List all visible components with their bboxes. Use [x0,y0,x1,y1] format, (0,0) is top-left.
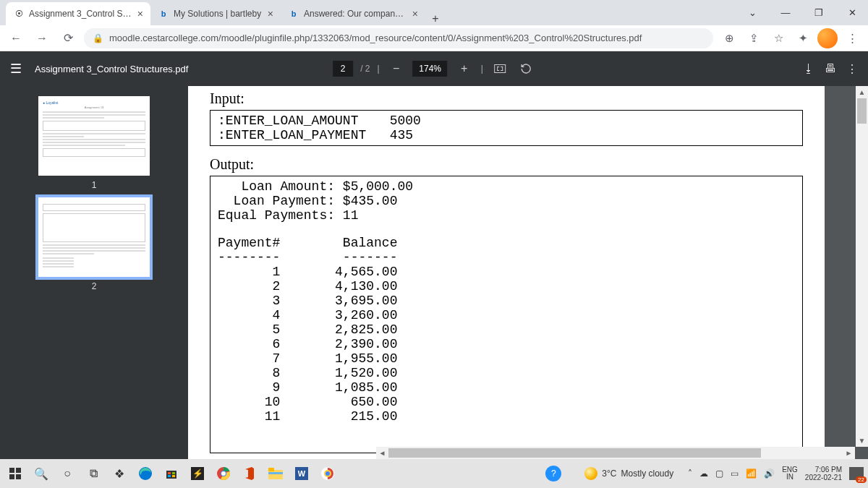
favicon-generic-icon: ⦿ [13,8,25,20]
tab-bartleby-solutions[interactable]: b My Solutions | bartleby × [150,2,281,25]
close-icon[interactable]: × [137,8,143,20]
meet-now-icon[interactable]: ▢ [715,468,723,479]
forward-button[interactable]: → [32,28,52,48]
search-icon[interactable]: 🔍 [30,463,52,484]
address-bar: ← → ⟳ 🔒 moodle.cestarcollege.com/moodle/… [0,25,868,51]
profile-avatar[interactable] [817,28,838,48]
share-icon[interactable]: ⇪ [744,28,764,48]
extensions-icon[interactable]: ✦ [793,28,813,48]
chrome-icon[interactable] [213,463,234,484]
cortana-icon[interactable]: ○ [56,463,78,484]
vertical-scrollbar[interactable]: ▲ ▼ [856,86,868,447]
browser-tab-strip: ⦿ Assignment 3_Control Structures × b My… [0,0,868,25]
separator: | [378,64,380,74]
scroll-handle[interactable] [388,448,761,458]
scroll-up-icon[interactable]: ▲ [856,86,868,98]
svg-rect-6 [168,472,171,474]
reload-button[interactable]: ⟳ [58,28,78,48]
minimize-button[interactable]: — [770,0,801,25]
tray-chevron-icon[interactable]: ˄ [688,468,692,479]
notification-badge: 22 [856,476,867,483]
thumbnail-sidebar: ● Loyalist Assignment #3 1 [0,86,188,459]
output-box: Loan Amount: $5,000.00 Loan Payment: $43… [210,176,803,453]
close-window-button[interactable]: ✕ [836,0,868,25]
tab-assignment[interactable]: ⦿ Assignment 3_Control Structures × [6,2,150,25]
wifi-icon[interactable]: 📶 [746,468,757,479]
output-heading: Output: [210,156,803,173]
fit-page-button[interactable] [490,59,509,78]
weather-widget[interactable]: ? 3°C Mostly cloudy [545,466,673,481]
svg-rect-7 [172,472,175,474]
pdf-viewer: ● Loyalist Assignment #3 1 [0,86,868,459]
page-number-input[interactable] [333,61,353,77]
new-tab-button[interactable]: + [425,12,446,25]
svg-rect-1 [16,468,21,473]
thumbnail-number: 1 [0,180,188,190]
tab-bartleby-answered[interactable]: b Answered: Our company provide × [281,2,425,25]
rotate-button[interactable] [516,59,535,78]
clock[interactable]: 7:06 PM2022-02-21 [805,466,842,481]
zoom-indicator-icon[interactable]: ⊕ [719,28,739,48]
office-icon[interactable] [239,463,260,484]
favicon-b-icon: b [158,8,169,20]
svg-rect-8 [168,475,171,477]
scroll-right-icon[interactable]: ► [843,449,855,457]
page-content-area[interactable]: Input: :ENTER_LOAN_AMOUNT 5000 :ENTER_LO… [188,86,868,459]
explorer-icon[interactable] [265,463,286,484]
output-table-rows: 1 4,565.00 2 4,130.00 3 3,695.00 4 3,260… [218,265,795,424]
input-heading: Input: [210,90,803,107]
tabs-chevron-icon[interactable]: ⌄ [736,0,768,25]
maximize-button[interactable]: ❐ [803,0,835,25]
output-summary: Loan Amount: $5,000.00 Loan Payment: $43… [218,179,795,223]
ms-store-icon[interactable] [161,463,182,484]
download-button[interactable]: ⭳ [803,62,814,76]
scroll-left-icon[interactable]: ◄ [376,449,388,457]
battery-icon[interactable]: ▭ [731,468,739,479]
page-thumbnail-2[interactable] [38,197,150,277]
language-indicator[interactable]: ENGIN [782,466,798,481]
volume-icon[interactable]: 🔊 [764,468,775,479]
notifications-icon[interactable]: 22 [849,467,864,480]
start-button[interactable] [4,463,26,484]
svg-rect-5 [166,471,176,479]
print-button[interactable]: 🖶 [825,62,836,76]
url-text: moodle.cestarcollege.com/moodle/pluginfi… [109,33,642,43]
more-actions-button[interactable]: ⋮ [846,62,858,76]
sidebar-toggle-button[interactable]: ☰ [10,61,22,77]
svg-rect-15 [268,472,283,474]
back-button[interactable]: ← [6,28,26,48]
svg-point-18 [326,471,330,476]
output-table-header: Payment# Balance -------- ------- [218,236,795,265]
thumbnail-number: 2 [0,281,188,291]
page-thumbnail-1[interactable]: ● Loyalist Assignment #3 [38,96,150,176]
page-total: / 2 [360,64,370,74]
close-icon[interactable]: × [412,8,418,20]
document-title: Assignment 3_Control Structures.pdf [35,64,188,74]
word-icon[interactable]: W [291,463,312,484]
window-controls: ⌄ — ❐ ✕ [736,0,868,25]
url-field[interactable]: 🔒 moodle.cestarcollege.com/moodle/plugin… [84,28,713,48]
pdf-page: Input: :ENTER_LOAN_AMOUNT 5000 :ENTER_LO… [188,86,825,459]
scroll-down-icon[interactable]: ▼ [856,435,868,447]
zoom-level[interactable]: 174% [413,61,448,77]
svg-rect-2 [9,474,14,479]
close-icon[interactable]: × [268,8,273,20]
dropbox-icon[interactable]: ❖ [109,463,130,484]
svg-rect-14 [268,468,274,471]
app-icon[interactable]: ⚡ [187,463,208,484]
bookmark-icon[interactable]: ☆ [768,28,788,48]
menu-icon[interactable]: ⋮ [842,28,862,48]
weather-desc: Mostly cloudy [621,468,673,479]
zoom-out-button[interactable]: − [387,59,406,78]
favicon-b-icon: b [288,8,299,20]
svg-rect-0 [9,468,14,473]
zoom-in-button[interactable]: + [455,59,474,78]
separator: | [481,64,483,74]
horizontal-scrollbar[interactable]: ◄ ► [376,447,855,459]
input-box: :ENTER_LOAN_AMOUNT 5000 :ENTER_LOAN_PAYM… [210,110,803,146]
app-icon-2[interactable] [317,463,339,484]
scroll-handle[interactable] [857,98,867,124]
onedrive-icon[interactable]: ☁ [699,468,708,479]
task-view-icon[interactable]: ⧉ [82,463,104,484]
edge-icon[interactable] [135,463,156,484]
